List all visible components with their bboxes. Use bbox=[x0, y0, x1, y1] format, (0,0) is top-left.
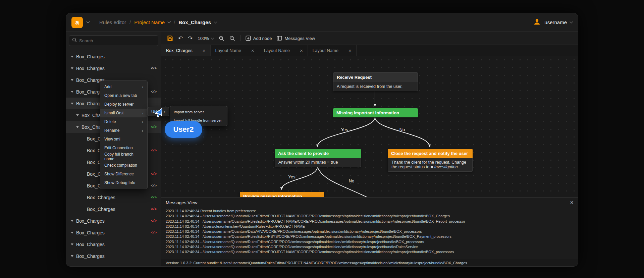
tab-layout-1[interactable]: Layout Name × bbox=[211, 45, 259, 56]
menu-item-label: Ismail Orst bbox=[104, 111, 123, 115]
tree-item-label: Box_Charges bbox=[76, 66, 105, 71]
tab-layout-2[interactable]: Layout Name × bbox=[259, 45, 308, 56]
chevron-down-icon[interactable] bbox=[71, 91, 73, 93]
messages-view-button[interactable]: Messages View bbox=[277, 36, 315, 41]
zoom-out-button[interactable] bbox=[229, 36, 235, 41]
node-missing-information[interactable]: Missing important information bbox=[333, 108, 418, 117]
chevron-down-icon[interactable] bbox=[71, 79, 73, 81]
tab-label: Layout Name bbox=[264, 48, 290, 53]
canvas-toolbar: ↶ ↷ 100% Add node bbox=[161, 32, 578, 45]
submenu-arrow-icon: › bbox=[142, 128, 143, 133]
log-line: 2023.11.14 02:40:34 - /Users/username/Qu… bbox=[166, 219, 574, 224]
menu-item-check-compilation[interactable]: Check compilation bbox=[100, 161, 147, 170]
menu-item-copy-branch-name[interactable]: Copy full branch name bbox=[100, 152, 147, 161]
menu-item-edit-connection[interactable]: Edit Connection bbox=[100, 144, 147, 152]
chevron-down-icon[interactable] bbox=[71, 56, 73, 58]
file-chevron-down-icon[interactable] bbox=[214, 20, 217, 23]
save-button[interactable] bbox=[167, 35, 173, 41]
node-receive-request[interactable]: Receive Request A request is received fr… bbox=[333, 72, 418, 91]
zoom-chevron-down-icon bbox=[211, 36, 214, 39]
breadcrumb-app: Rules editor bbox=[99, 19, 126, 25]
menu-item-deploy[interactable]: Deploy to server bbox=[100, 100, 147, 109]
zoom-in-button[interactable] bbox=[219, 36, 224, 41]
breadcrumb-separator: / bbox=[174, 19, 175, 25]
tree-item[interactable]: Box_Charges</> bbox=[66, 62, 161, 74]
menu-item-add[interactable]: Add› bbox=[100, 82, 147, 91]
messages-close-icon[interactable]: × bbox=[570, 200, 574, 206]
panel-icon bbox=[277, 36, 282, 41]
tree-item[interactable]: Box_Charges</> bbox=[66, 203, 161, 215]
app-logo[interactable]: a bbox=[71, 17, 83, 28]
tab-label: Layout Name bbox=[215, 48, 241, 53]
tree-item[interactable]: Box_Charges bbox=[66, 238, 161, 250]
node-title: Close the request and notify the user bbox=[388, 149, 473, 158]
code-icon: </> bbox=[151, 90, 156, 94]
add-node-button[interactable]: Add node bbox=[246, 36, 272, 41]
tree-item[interactable]: Box_Charges bbox=[66, 250, 161, 262]
tree-item[interactable]: Box_Charges</> bbox=[66, 191, 161, 203]
edge-label-yes: Yes bbox=[341, 127, 348, 132]
chevron-down-icon[interactable] bbox=[71, 220, 73, 222]
tab-label: Layout Name bbox=[313, 48, 338, 53]
tab-close-icon[interactable]: × bbox=[203, 48, 206, 53]
log-line: 2023.11.14 02:40:34 - /Users/username/Qu… bbox=[166, 244, 574, 249]
tree-item-label: Box_Charges bbox=[87, 195, 115, 200]
context-menu: Add› Open in a new tab Deploy to server … bbox=[100, 80, 148, 189]
chevron-down-icon[interactable] bbox=[76, 126, 79, 128]
tree-item-label: Box_Charges bbox=[76, 54, 105, 59]
tab-label: Box_Charges bbox=[166, 48, 193, 53]
menu-item-label: Edit Connection bbox=[104, 146, 133, 150]
breadcrumb-file[interactable]: Box_Charges bbox=[178, 19, 211, 25]
chevron-down-icon[interactable] bbox=[71, 67, 73, 69]
tree-item[interactable]: Box_Charges</> bbox=[66, 227, 161, 238]
submenu-arrow-icon: › bbox=[164, 109, 165, 114]
menu-item-ismail-orst[interactable]: Ismail Orst› bbox=[100, 109, 147, 117]
search-box bbox=[69, 35, 158, 46]
menu-item-show-difference[interactable]: Show Difference bbox=[100, 170, 147, 178]
flow-canvas[interactable]: Receive Request A request is received fr… bbox=[161, 56, 578, 267]
tree-item-label: Box_Charges bbox=[76, 218, 105, 224]
chevron-down-icon[interactable] bbox=[71, 243, 73, 245]
menu-item-import-from-server[interactable]: Import from server bbox=[170, 108, 227, 116]
code-icon: </> bbox=[151, 172, 156, 176]
zoom-level-dropdown[interactable]: 100% bbox=[198, 36, 214, 41]
tab-close-icon[interactable]: × bbox=[251, 48, 254, 53]
tree-item[interactable]: Box_Charges bbox=[66, 51, 161, 62]
menu-item-delete[interactable]: Delete› bbox=[100, 117, 147, 126]
username-label: username bbox=[544, 19, 567, 25]
tab-layout-3[interactable]: Layout Name × bbox=[308, 45, 357, 56]
messages-view-label: Messages View bbox=[284, 36, 315, 41]
chevron-down-icon[interactable] bbox=[76, 114, 79, 116]
menu-item-label: Add bbox=[104, 85, 111, 89]
chevron-down-icon[interactable] bbox=[71, 103, 73, 105]
code-icon: </> bbox=[151, 231, 156, 235]
workspace-chevron-down-icon[interactable] bbox=[87, 20, 90, 23]
tab-box-charges[interactable]: Box_Charges × bbox=[161, 45, 211, 56]
chevron-down-icon[interactable] bbox=[71, 255, 73, 257]
chevron-down-icon[interactable] bbox=[71, 232, 73, 234]
menu-item-show-debug-info[interactable]: Show Debug Info bbox=[100, 178, 147, 187]
node-close-request[interactable]: Close the request and notify the user Th… bbox=[388, 149, 473, 172]
search-input[interactable] bbox=[79, 38, 155, 43]
collaborator-name-badge: User2 bbox=[165, 121, 202, 138]
tab-bar: Box_Charges × Layout Name × Layout Name … bbox=[161, 45, 578, 56]
undo-button[interactable]: ↶ bbox=[178, 36, 183, 41]
menu-item-open-new-tab[interactable]: Open in a new tab bbox=[100, 91, 147, 100]
log-line: 2023.11.14 02:40:34 - /Users/username/Qu… bbox=[166, 239, 574, 244]
tab-close-icon[interactable]: × bbox=[300, 48, 303, 53]
user-chevron-down-icon[interactable] bbox=[570, 20, 573, 23]
tree-item-label: Box_Charges bbox=[76, 254, 105, 259]
menu-item-label: Check compilation bbox=[104, 163, 137, 168]
menu-item-rename[interactable]: Rename› bbox=[100, 126, 147, 135]
tree-item[interactable]: Box_Charges</> bbox=[66, 215, 161, 227]
project-chevron-down-icon[interactable] bbox=[168, 20, 171, 23]
breadcrumb-project[interactable]: Project Name bbox=[134, 19, 165, 25]
tab-close-icon[interactable]: × bbox=[348, 48, 352, 53]
user-menu[interactable]: username bbox=[533, 18, 573, 27]
breadcrumb: Rules editor / Project Name / Box_Charge… bbox=[99, 19, 217, 25]
node-ask-client[interactable]: Ask the client to provide Answer within … bbox=[275, 149, 361, 167]
plus-square-icon bbox=[246, 36, 251, 41]
menu-item-view-xml[interactable]: View xml bbox=[100, 135, 147, 144]
redo-button[interactable]: ↷ bbox=[188, 36, 193, 41]
toolbar-divider bbox=[240, 35, 240, 41]
